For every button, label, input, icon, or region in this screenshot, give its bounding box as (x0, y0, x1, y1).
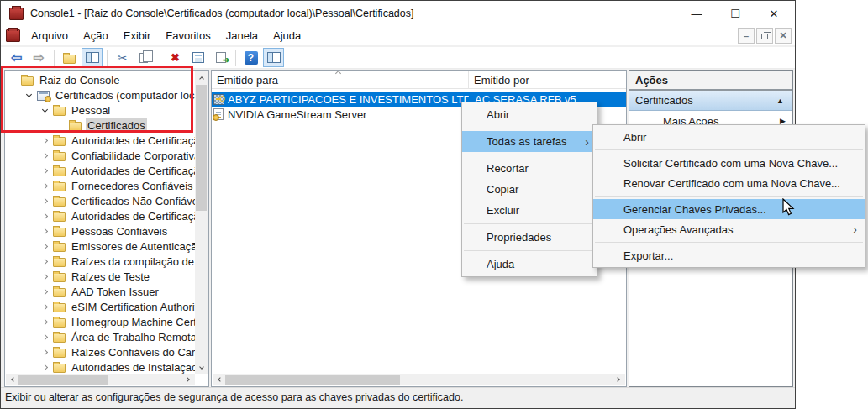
menu-item-label: Propriedades (487, 231, 551, 244)
expand-icon[interactable] (42, 137, 48, 143)
context-menu-item-todas-as-tarefas[interactable]: Todas as tarefas› (462, 131, 597, 152)
expand-icon[interactable] (42, 197, 48, 203)
minimize-button[interactable]: — (677, 1, 716, 26)
actions-section-certificados[interactable]: Certificados ▲ (629, 91, 792, 111)
certificate-key-icon (213, 94, 224, 105)
tree-item-label: Homegroup Machine Certificat (70, 315, 195, 329)
child-minimize-button[interactable]: – (738, 28, 755, 44)
expand-icon[interactable] (42, 228, 48, 233)
expand-icon[interactable] (42, 212, 48, 218)
context-menu-item-copiar[interactable]: Copiar (462, 179, 597, 200)
back-icon[interactable]: ⇦ (6, 48, 27, 67)
collapse-icon[interactable] (26, 91, 32, 97)
tree-item[interactable]: Homegroup Machine Certificat (5, 314, 195, 329)
expand-icon[interactable] (42, 152, 48, 158)
menu-item-label: Exportar... (623, 249, 673, 262)
close-button[interactable]: ✕ (755, 1, 793, 26)
submenu-item-opera-es-avan-adas[interactable]: Operações Avançadas› (593, 219, 865, 239)
expand-icon[interactable] (42, 182, 48, 188)
expand-icon[interactable] (42, 258, 48, 264)
tree-item[interactable]: Autoridades de Certificação Ra (5, 208, 195, 223)
expand-icon[interactable] (42, 167, 48, 173)
scroll-left-icon[interactable] (213, 374, 225, 385)
tree-item-label: Certificados Não Confiáveis (70, 194, 195, 208)
expand-icon[interactable] (42, 303, 48, 309)
scroll-left-icon[interactable] (6, 374, 18, 385)
forward-icon[interactable]: ⇨ (29, 48, 50, 67)
tree-item[interactable]: eSIM Certification Authorities (5, 299, 195, 314)
expand-icon[interactable] (42, 243, 48, 249)
menu-exibir[interactable]: Exibir (116, 29, 159, 42)
scroll-right-icon[interactable] (182, 374, 195, 385)
help-icon[interactable]: ? (240, 48, 261, 67)
scroll-up-icon[interactable] (195, 71, 208, 83)
context-menu-item-abrir[interactable]: Abrir (462, 104, 597, 125)
up-one-level-icon[interactable] (59, 48, 80, 67)
submenu-item-abrir[interactable]: Abrir (593, 127, 865, 147)
folder-icon (53, 364, 66, 373)
context-menu-item-recortar[interactable]: Recortar (462, 158, 597, 179)
column-header-emitido-para[interactable]: Emitido para (212, 71, 469, 88)
menu-arquivo[interactable]: Arquivo (24, 29, 76, 42)
export-list-icon[interactable] (210, 48, 231, 67)
folder-icon (53, 228, 66, 237)
expand-icon[interactable] (42, 273, 48, 279)
tree-item[interactable]: Autoridades de Certificação Ra (5, 133, 195, 148)
tree-item[interactable]: Emissores de Autenticação de C (5, 239, 195, 254)
tree-item[interactable]: Pessoas Confiáveis (5, 223, 195, 239)
delete-icon[interactable]: ✖ (165, 48, 186, 67)
context-menu-item-ajuda[interactable]: Ajuda (462, 254, 597, 275)
cut-icon[interactable]: ✂ (112, 48, 133, 67)
folder-icon (53, 303, 66, 312)
tree-item[interactable]: Certificados (5, 118, 195, 133)
tree-vscroll-thumb[interactable] (196, 85, 207, 211)
collapse-icon[interactable] (42, 106, 48, 112)
tree-item[interactable]: Autoridades de Instalação de A (5, 359, 195, 375)
scroll-right-icon[interactable] (613, 374, 625, 385)
tree-hscroll-thumb[interactable] (18, 375, 108, 385)
tree-vertical-scrollbar[interactable] (195, 71, 208, 374)
list-horizontal-scrollbar[interactable] (213, 374, 625, 385)
menu-favoritos[interactable]: Favoritos (158, 29, 218, 42)
tree-item[interactable]: Pessoal (5, 102, 195, 118)
tree-item[interactable]: Fornecedores Confiáveis (5, 178, 195, 193)
expand-icon[interactable] (42, 288, 48, 294)
tree-item[interactable]: Área de Trabalho Remota (5, 329, 195, 344)
context-menu: AbrirTodas as tarefas›RecortarCopiarExcl… (461, 102, 597, 277)
tree-item[interactable]: Raízes da compilação de pré-vi (5, 254, 195, 269)
tree-item[interactable]: Autoridades de Certificação Int (5, 163, 195, 178)
child-restore-button[interactable] (756, 28, 773, 44)
submenu-item-renovar-certificado-com-uma-nova-chave[interactable]: Renovar Certificado com uma Nova Chave..… (593, 173, 865, 193)
collapse-section-icon[interactable]: ▲ (776, 97, 784, 105)
menu-ação[interactable]: Ação (76, 29, 116, 42)
show-console-tree-icon[interactable] (82, 48, 103, 67)
maximize-button[interactable]: ☐ (716, 1, 755, 26)
tree-item[interactable]: Raízes de Teste (5, 269, 195, 284)
tree-item[interactable]: Raízes Confiáveis do Cartão Int (5, 344, 195, 359)
context-menu-item-excluir[interactable]: Excluir (462, 200, 597, 221)
show-action-pane-icon[interactable] (263, 48, 284, 67)
menu-ajuda[interactable]: Ajuda (266, 29, 308, 42)
tree-item[interactable]: Confiabilidade Corporativa (5, 148, 195, 163)
expand-icon[interactable] (42, 318, 48, 324)
expand-icon[interactable] (42, 364, 48, 370)
scroll-down-icon[interactable] (195, 362, 208, 374)
menu-janela[interactable]: Janela (218, 29, 266, 42)
expand-icon[interactable] (42, 349, 48, 354)
submenu-item-exportar[interactable]: Exportar... (593, 245, 865, 265)
expand-icon[interactable] (42, 333, 48, 339)
copy-icon[interactable] (134, 48, 155, 67)
submenu-item-solicitar-certificado-com-uma-nova-chave[interactable]: Solicitar Certificado com uma Nova Chave… (593, 153, 865, 173)
submenu-item-gerenciar-chaves-privadas[interactable]: Gerenciar Chaves Privadas... (593, 199, 865, 219)
tree-item[interactable]: AAD Token Issuer (5, 284, 195, 299)
properties-icon[interactable] (187, 48, 208, 67)
tree-item[interactable]: Certificados (computador local) (5, 87, 195, 102)
column-header-emitido-por[interactable]: Emitido por (469, 71, 529, 88)
list-hscroll-thumb[interactable] (225, 375, 400, 385)
copy-icon (139, 53, 148, 63)
tree-item[interactable]: Certificados Não Confiáveis (5, 193, 195, 208)
context-menu-item-propriedades[interactable]: Propriedades (462, 227, 597, 248)
tree-horizontal-scrollbar[interactable] (6, 374, 195, 385)
child-close-button[interactable]: ✕ (775, 28, 792, 44)
tree-item[interactable]: Raiz do Console (5, 72, 195, 87)
